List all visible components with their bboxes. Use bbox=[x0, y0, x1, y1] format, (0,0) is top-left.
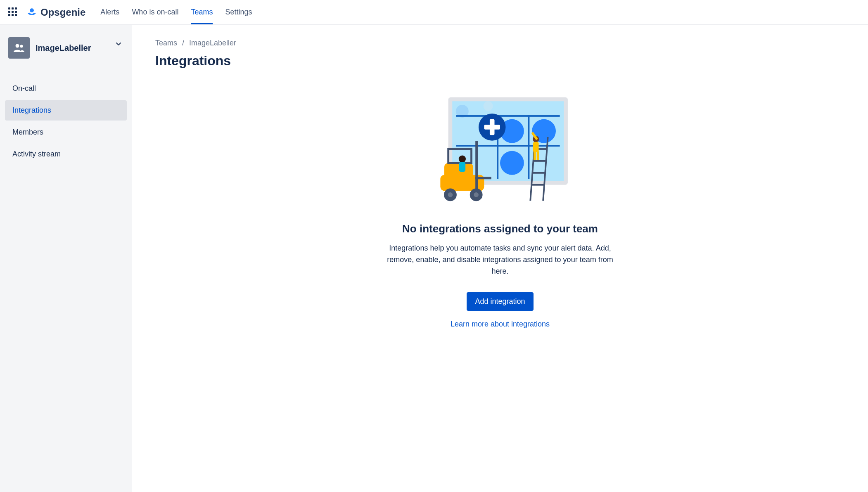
nav-items: Alerts Who is on-call Teams Settings bbox=[100, 0, 252, 24]
page-title: Integrations bbox=[155, 53, 845, 69]
nav-alerts[interactable]: Alerts bbox=[100, 0, 119, 24]
main-content: Teams / ImageLabeller Integrations bbox=[132, 25, 868, 492]
team-selector[interactable]: ImageLabeller bbox=[5, 33, 127, 63]
nav-settings[interactable]: Settings bbox=[225, 0, 252, 24]
sidebar-item-on-call[interactable]: On-call bbox=[5, 78, 127, 99]
svg-rect-32 bbox=[475, 177, 491, 180]
svg-point-2 bbox=[20, 45, 23, 48]
team-badge-icon bbox=[8, 37, 30, 59]
svg-rect-38 bbox=[459, 162, 465, 172]
breadcrumb: Teams / ImageLabeller bbox=[155, 39, 845, 47]
svg-rect-17 bbox=[484, 125, 500, 130]
breadcrumb-separator: / bbox=[182, 39, 184, 47]
empty-state-illustration bbox=[428, 93, 572, 205]
sidebar: ImageLabeller On-call Integrations Membe… bbox=[0, 25, 132, 492]
breadcrumb-root[interactable]: Teams bbox=[155, 39, 177, 47]
svg-point-6 bbox=[484, 101, 493, 111]
svg-rect-27 bbox=[537, 151, 539, 160]
svg-point-1 bbox=[16, 44, 19, 48]
sidebar-item-activity-stream[interactable]: Activity stream bbox=[5, 144, 127, 164]
learn-more-link[interactable]: Learn more about integrations bbox=[380, 320, 620, 329]
svg-point-0 bbox=[30, 8, 34, 12]
svg-point-35 bbox=[448, 192, 453, 197]
app-switcher-icon[interactable] bbox=[8, 7, 18, 17]
svg-rect-31 bbox=[475, 141, 478, 189]
svg-rect-10 bbox=[528, 115, 530, 179]
nav-teams[interactable]: Teams bbox=[191, 0, 213, 24]
svg-rect-26 bbox=[534, 151, 536, 160]
svg-point-36 bbox=[474, 192, 479, 197]
team-name: ImageLabeller bbox=[36, 43, 91, 53]
sidebar-item-integrations[interactable]: Integrations bbox=[5, 100, 127, 121]
opsgenie-icon bbox=[26, 7, 37, 18]
nav-who-is-on-call[interactable]: Who is on-call bbox=[132, 0, 178, 24]
svg-rect-8 bbox=[456, 145, 560, 147]
product-logo[interactable]: Opsgenie bbox=[26, 7, 85, 18]
svg-point-13 bbox=[500, 151, 524, 175]
svg-rect-25 bbox=[533, 142, 538, 152]
breadcrumb-current[interactable]: ImageLabeller bbox=[189, 39, 236, 47]
chevron-down-icon bbox=[115, 40, 122, 47]
add-integration-button[interactable]: Add integration bbox=[467, 292, 533, 311]
empty-state-description: Integrations help you automate tasks and… bbox=[380, 243, 620, 277]
svg-point-37 bbox=[459, 155, 466, 162]
svg-rect-7 bbox=[456, 115, 560, 117]
top-navigation: Opsgenie Alerts Who is on-call Teams Set… bbox=[0, 0, 868, 25]
sidebar-item-members[interactable]: Members bbox=[5, 122, 127, 142]
empty-state-title: No integrations assigned to your team bbox=[380, 222, 620, 235]
product-name: Opsgenie bbox=[40, 7, 85, 18]
people-icon bbox=[13, 43, 25, 53]
empty-state: No integrations assigned to your team In… bbox=[380, 93, 620, 329]
